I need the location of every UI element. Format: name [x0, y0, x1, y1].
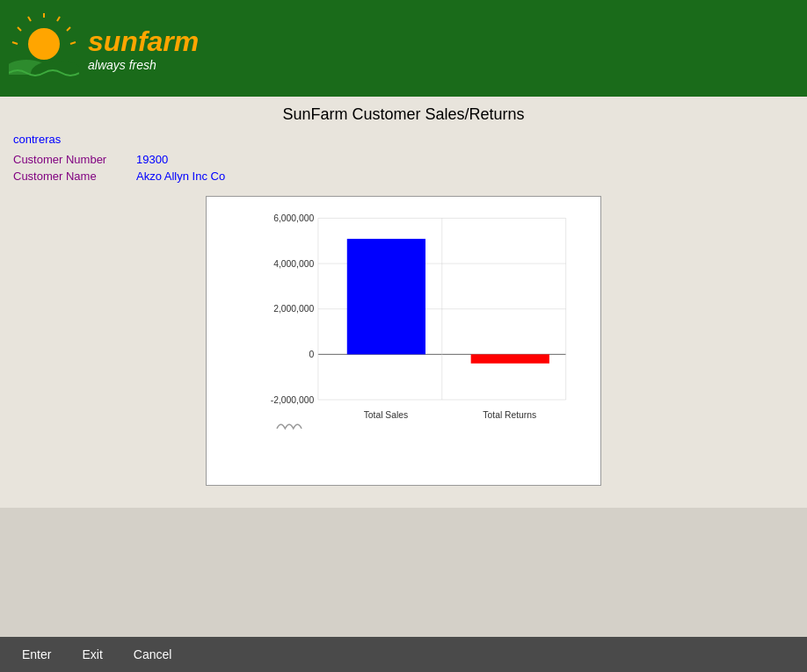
svg-line-5	[18, 27, 21, 31]
svg-rect-10	[9, 75, 79, 92]
customer-name-value: Akzo Allyn Inc Co	[136, 170, 225, 183]
customer-number-value: 19300	[136, 153, 168, 166]
svg-point-7	[28, 28, 60, 60]
total-returns-bar	[471, 354, 549, 363]
footer: Enter Exit Cancel	[0, 637, 807, 672]
exit-button[interactable]: Exit	[69, 643, 115, 666]
svg-text:-2,000,000: -2,000,000	[271, 395, 315, 405]
svg-text:Total Returns: Total Returns	[483, 410, 536, 420]
customer-name-label: Customer Name	[13, 170, 136, 183]
chart-container: 6,000,000 4,000,000 2,000,000 0 -2,000,0…	[206, 196, 601, 486]
svg-text:0: 0	[309, 350, 314, 359]
svg-text:4,000,000: 4,000,000	[273, 259, 314, 269]
cancel-button[interactable]: Cancel	[120, 643, 185, 666]
svg-line-1	[57, 17, 60, 21]
logo-area: sunfarm always fresh	[9, 13, 199, 83]
brand-name: sunfarm	[88, 25, 199, 58]
svg-line-6	[12, 42, 18, 44]
customer-number-row: Customer Number 19300	[13, 153, 794, 166]
svg-line-2	[67, 27, 70, 31]
app-header: sunfarm always fresh	[0, 0, 807, 97]
svg-text:6,000,000: 6,000,000	[273, 213, 314, 223]
logo-icon	[9, 13, 79, 83]
page-title: SunFarm Customer Sales/Returns	[13, 105, 794, 124]
main-content: SunFarm Customer Sales/Returns contreras…	[0, 97, 807, 508]
svg-line-4	[28, 17, 31, 21]
enter-button[interactable]: Enter	[9, 643, 64, 666]
svg-text:2,000,000: 2,000,000	[273, 304, 314, 314]
svg-line-3	[70, 42, 76, 44]
bar-chart: 6,000,000 4,000,000 2,000,000 0 -2,000,0…	[259, 210, 592, 441]
total-sales-bar	[347, 239, 425, 355]
username: contreras	[13, 133, 794, 146]
brand-tagline: always fresh	[88, 58, 199, 72]
brand-text: sunfarm always fresh	[88, 25, 199, 72]
customer-number-label: Customer Number	[13, 153, 136, 166]
customer-name-row: Customer Name Akzo Allyn Inc Co	[13, 170, 794, 183]
svg-text:Total Sales: Total Sales	[364, 410, 409, 420]
